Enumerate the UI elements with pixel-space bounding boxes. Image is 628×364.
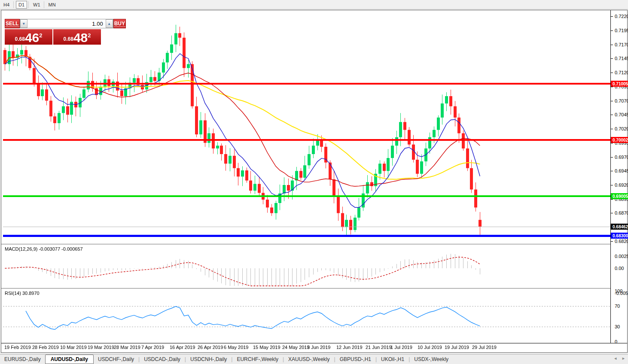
chevron-up-icon: ▲ [107,22,111,26]
main-price-chart-canvas[interactable] [3,11,610,243]
tab-scroll-right-icon[interactable]: ► [622,356,625,361]
price-tick-label: 0.69450 [615,168,628,173]
rsi-axis-label: 70 [615,303,620,309]
price-tick-label: 0.71200 [615,70,628,75]
price-tick-mark [611,143,613,143]
date-label-1-jul-2019: 1 Jul 2019 [390,345,412,350]
timeframe-button-d1[interactable]: D1 [16,1,27,9]
macd-axis-label: 0.00 [615,266,624,271]
volume-input[interactable] [27,19,106,28]
price-tick-mark [611,241,613,242]
sell-price-quote[interactable]: 0.68 46 2 [5,29,52,45]
date-label-19-feb-2019: 19 Feb 2019 [4,345,31,350]
date-label-21-jun-2019: 21 Jun 2019 [366,345,392,350]
chevron-down-icon: ▼ [22,22,25,26]
date-label-10-jul-2019: 10 Jul 2019 [418,345,442,350]
price-tick-label: 0.71950 [615,28,628,33]
tab-scroll-controls: ◄► [613,356,625,361]
price-tag-0-68300: 0.68300 [611,233,628,239]
date-label-12-jun-2019: 12 Jun 2019 [336,345,363,350]
price-tick-mark [611,73,613,73]
tab-eurchf-weekly[interactable]: EURCHF-,Weekly [232,355,282,363]
mt4-application: H4D1W1MN ▲ AUDUSD-,Daily 0.68446 0.68469… [0,0,628,364]
price-tag-0-71005: 0.71005 [611,81,628,87]
price-tick-label: 0.70700 [615,98,628,103]
tab-audusd-daily[interactable]: AUDUSD-,Daily [45,355,94,364]
date-label-28-feb-2019: 28 Feb 2019 [32,345,59,350]
sell-price-pips: 2 [39,32,42,39]
volume-increase-button[interactable]: ▲ [106,19,113,28]
price-tick-label: 0.68200 [615,239,628,244]
buy-button[interactable]: BUY [113,19,126,28]
price-tick-mark [611,129,613,129]
tab-usdx-weekly[interactable]: USDX-,Weekly [410,355,453,363]
price-tick-mark [611,157,613,158]
date-axis-divider [1,343,627,343]
price-tick-mark [611,30,613,31]
chart-window: ▲ AUDUSD-,Daily 0.68446 0.68469 0.68278 … [1,10,628,353]
sell-button[interactable]: SELL [5,19,20,28]
one-click-trading-widget: SELL ▼ ▲ BUY 0.68 46 2 [5,19,101,45]
price-tick-label: 0.70450 [615,112,628,117]
timeframe-toolbar: H4D1W1MN [0,0,628,9]
price-tick-mark [611,185,613,185]
tab-ukoil-h1[interactable]: UKOil-,H1 [377,355,409,363]
price-tick-label: 0.71700 [615,42,628,47]
tab-eurusd-daily[interactable]: EURUSD-,Daily [0,355,45,363]
price-tick-mark [611,45,613,45]
price-tag-0-68462: 0.68462 [611,224,628,230]
rsi-label: RSI(14) 30.8970 [5,291,40,296]
tab-gbpusd-h1[interactable]: GBPUSD-,H1 [335,355,375,363]
price-tick-label: 0.69200 [615,182,628,188]
date-label-6-may-2019: 6 May 2019 [224,345,248,350]
buy-price-pips: 2 [88,32,91,39]
date-label-19-jul-2019: 19 Jul 2019 [445,345,469,350]
price-axis[interactable]: 0.722000.719500.717000.714500.712000.709… [611,10,627,343]
buy-price-main: 48 [73,32,88,44]
macd-indicator-canvas[interactable] [3,245,610,288]
date-label-7-apr-2019: 7 Apr 2019 [141,345,164,350]
chart-tab-bar: EURUSD-,DailyAUDUSD-,DailyUSDCHF-,Daily|… [0,354,628,364]
macd-axis-label: 0.002522 [615,254,628,259]
date-label-15-may-2019: 15 May 2019 [253,345,280,350]
sell-price-main: 46 [25,32,39,44]
tab-usdchf-daily[interactable]: USDCHF-,Daily [94,355,138,363]
price-tick-mark [611,213,613,213]
tab-xauusd-weekly[interactable]: XAUUSD-,Weekly [284,355,334,363]
tab-usdcnh-daily[interactable]: USDCNH-,Daily [186,355,231,363]
price-tick-mark [611,87,613,87]
price-tick-mark [611,171,613,171]
date-label-19-mar-2019: 19 Mar 2019 [88,345,114,350]
timeframe-button-mn[interactable]: MN [46,1,58,9]
price-tag-0-70002: 0.70002 [611,137,628,143]
date-label-16-apr-2019: 16 Apr 2019 [170,345,195,350]
date-label-29-jul-2019: 29 Jul 2019 [472,345,497,350]
date-label-10-mar-2019: 10 Mar 2019 [60,345,87,350]
date-label-28-mar-2019: 28 Mar 2019 [114,345,140,350]
timeframe-button-w1[interactable]: W1 [31,1,43,9]
macd-label: MACD(12,26,9) -0.003077 -0.000657 [5,246,83,252]
tab-usdcad-daily[interactable]: USDCAD-,Daily [140,355,185,363]
date-label-26-apr-2019: 26 Apr 2019 [198,345,223,350]
price-tick-label: 0.70200 [615,126,628,131]
price-tick-label: 0.72200 [615,14,628,19]
date-label-3-jun-2019: 3 Jun 2019 [307,345,330,350]
price-tick-mark [611,199,613,200]
date-label-24-may-2019: 24 May 2019 [282,345,310,350]
price-tick-mark [611,16,613,17]
timeframe-button-h4[interactable]: H4 [1,1,12,9]
sell-price-prefix: 0.68 [15,36,25,42]
buy-price-quote[interactable]: 0.68 48 2 [53,29,101,45]
toolbar-separator [44,1,44,8]
rsi-indicator-canvas[interactable] [3,289,610,343]
price-tick-mark [611,58,613,59]
toolbar-separator [28,1,29,8]
rsi-axis-label: 30 [615,324,620,329]
price-tag-0-69005: 0.69005 [611,193,628,199]
toolbar-separator [13,1,14,8]
volume-decrease-button[interactable]: ▼ [20,19,27,28]
price-tick-mark [611,115,613,115]
tab-scroll-left-icon[interactable]: ◄ [613,356,617,361]
price-tick-label: 0.69700 [615,155,628,160]
rsi-axis-label: 0 [615,339,617,344]
